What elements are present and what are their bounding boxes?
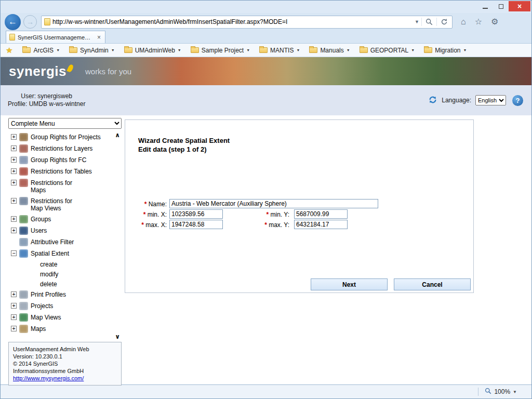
sidebar-tree: Group Rights for Projects Restrictions f… [8,131,122,340]
sidebar-tree-item[interactable]: Group Rights for FC [8,154,113,166]
sidebar-item-label: create [40,260,57,268]
max-x-input[interactable] [169,220,223,229]
expand-icon[interactable] [11,314,17,320]
title-bar[interactable]: × [1,1,531,13]
menu-mode-select[interactable]: Complete Menu [8,118,122,129]
folder-icon [309,47,317,53]
sidebar-tree-item[interactable]: Groups [8,214,113,225]
expand-icon[interactable] [11,145,17,151]
reload-page-icon[interactable] [428,95,437,106]
chevron-down-icon: ▼ [411,48,415,52]
divider [436,18,437,26]
scroll-up-icon[interactable]: ∧ [115,131,120,139]
settings-icon[interactable]: ⚙ [491,18,498,26]
tab-bar: SynerGIS Usermanagement ... × [1,31,531,44]
sidebar-tree-item[interactable]: Users [8,225,113,236]
favorites-bar-item[interactable]: UMAdminWeb ▼ [119,45,186,56]
sidebar-item-label: Spatial Extent [31,249,69,257]
sidebar-tree-item[interactable]: Restrictions for Map Views [8,195,113,214]
autocomplete-caret-icon[interactable]: ▼ [415,19,419,24]
sidebar-item-label: Print Profiles [31,290,66,298]
expand-icon[interactable] [11,250,17,256]
sidebar-item-label: Projects [31,302,53,310]
favorites-bar-item[interactable]: Manuals ▼ [304,45,354,56]
favorites-star-icon[interactable]: ★ [6,46,12,55]
sidebar-tree-item[interactable]: Group Rights for Projects [8,131,113,143]
expand-icon[interactable] [11,291,17,297]
scroll-down-icon[interactable]: ∨ [115,333,120,340]
maximize-button[interactable] [493,1,509,11]
brand-banner: synergis works for you [1,57,531,85]
min-y-input[interactable] [294,209,348,219]
sidebar-tree-item[interactable]: delete [8,279,113,289]
expand-icon[interactable] [11,198,17,204]
language-label: Language: [442,97,471,104]
favorites-bar-item[interactable]: SynAdmin ▼ [64,45,119,56]
zoom-control[interactable]: 100% ▼ [485,388,517,396]
sidebar-item-label: Restrictions for Map Views [31,197,72,212]
favorites-bar-item[interactable]: GEOPORTAL ▼ [355,45,420,56]
close-button[interactable]: × [509,1,530,11]
name-input[interactable] [169,199,378,208]
sidebar-item-label: Attributive Filter [31,238,74,246]
back-button[interactable]: ← [5,14,21,30]
sidebar-tree-item[interactable]: Restrictions for Maps [8,177,113,195]
groups-icon [19,215,28,223]
refresh-icon[interactable] [439,18,449,25]
favorites-bar-item[interactable]: MANTIS ▼ [255,45,304,56]
url-input[interactable] [52,18,413,25]
cancel-button[interactable]: Cancel [394,278,471,290]
expand-icon[interactable] [11,134,17,140]
website-link[interactable]: http://www.mysynergis.com/ [13,375,84,381]
group-rights-fc-icon [19,156,28,164]
favorite-label: Migration [435,47,460,54]
sidebar-tree-item[interactable]: Spatial Extent [8,248,113,259]
favorites-bar-item[interactable]: Sample Project ▼ [186,45,255,56]
expand-icon[interactable] [11,228,17,233]
favorites-icon[interactable]: ☆ [475,18,482,26]
sidebar-tree-item[interactable]: Attributive Filter [8,236,113,248]
tree-scrollbar[interactable]: ∧ ∨ [113,131,122,340]
sidebar-tree-item[interactable]: Restrictions for Layers [8,143,113,154]
expand-icon[interactable] [11,326,17,331]
footer-company: Informationssysteme GmbH [13,367,117,375]
sidebar-tree-item[interactable]: Restrictions for Tables [8,166,113,177]
sidebar-tree-item[interactable]: Map Views [8,312,113,323]
sidebar-item-label: Map Views [31,313,61,321]
search-icon[interactable] [424,18,434,25]
group-rights-projects-icon [19,133,28,141]
sidebar-tree-item[interactable]: Print Profiles [8,289,113,300]
expand-icon[interactable] [11,180,17,185]
expand-icon[interactable] [11,168,17,174]
address-bar[interactable]: ▼ [41,16,453,29]
min-x-input[interactable] [169,209,223,219]
sidebar-tree-item[interactable]: create [8,259,113,269]
sidebar-item-label: Groups [31,215,51,223]
browser-tab[interactable]: SynerGIS Usermanagement ... × [6,31,105,43]
expand-icon[interactable] [11,216,17,222]
favorite-label: MANTIS [270,47,294,54]
sidebar-footer: UserManagement Admin Web Version: 10.230… [8,342,122,385]
restrictions-layers-icon [19,144,28,153]
favorites-bar-item[interactable]: ArcGIS ▼ [18,45,64,56]
expand-icon[interactable] [11,157,17,163]
footer-copyright: © 2014 SynerGIS [13,360,117,367]
sidebar-tree-item[interactable]: Projects [8,300,113,312]
help-button[interactable]: ? [512,95,523,106]
wizard-step: Edit data (step 1 of 2) [138,145,206,153]
browser-window: × ← → ▼ ⌂ ☆ ⚙ SynerGIS Usermanagement [0,0,532,399]
next-button[interactable]: Next [311,278,388,290]
favorite-label: Sample Project [202,47,244,54]
language-select[interactable]: English [475,95,506,105]
home-icon[interactable]: ⌂ [461,18,466,26]
chevron-down-icon: ▼ [347,48,350,52]
minimize-button[interactable] [477,1,493,11]
maximize-icon [499,4,503,9]
sidebar-tree-item[interactable]: Maps [8,323,113,335]
expand-icon[interactable] [11,303,17,309]
tab-close-icon[interactable]: × [96,34,102,41]
max-y-input[interactable] [294,220,348,229]
forward-button[interactable]: → [23,15,37,29]
sidebar-tree-item[interactable]: modify [8,269,113,279]
favorites-bar-item[interactable]: Migration ▼ [419,45,471,56]
